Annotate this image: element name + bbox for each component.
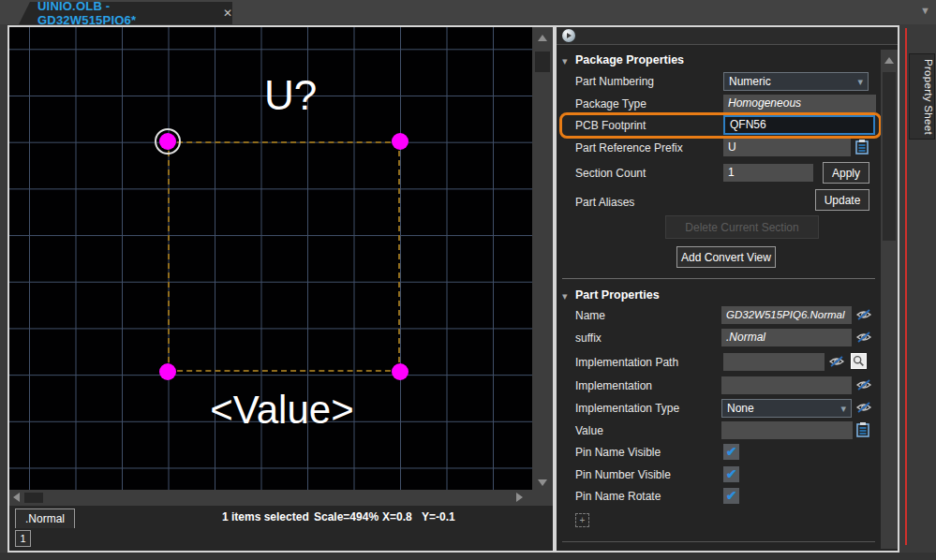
add-convert-view-button[interactable]: Add Convert View [676, 246, 776, 268]
implementation-type-dropdown[interactable]: None ▾ [721, 399, 852, 418]
add-property-icon[interactable]: + [575, 513, 589, 527]
pin-number-visible-label: Pin Number Visible [575, 468, 671, 481]
schematic-editor-frame: U? <Value> .Normal 1 items selected Scal… [7, 25, 555, 553]
visibility-off-icon[interactable] [828, 355, 845, 368]
canvas-vertical-scrollbar[interactable] [532, 27, 553, 490]
collapse-package-icon[interactable]: ▾ [562, 55, 573, 67]
implementation-path-input[interactable] [723, 353, 825, 371]
vertical-scroll-thumb[interactable] [535, 52, 550, 72]
scrollbar-corner [532, 490, 553, 506]
suffix-label: suffix [575, 332, 602, 345]
visibility-off-icon[interactable] [855, 308, 872, 321]
scroll-up-icon[interactable] [884, 57, 894, 64]
property-sheet-panel: ▾ Package Properties Part Numbering Nume… [555, 25, 899, 553]
panel-scroll-thumb[interactable] [883, 72, 896, 241]
part-aliases-label: Part Aliases [575, 196, 634, 209]
status-x-coordinate: X=0.8 [382, 506, 412, 528]
part-numbering-dropdown[interactable]: Numeric ▾ [723, 72, 869, 91]
selected-pin-ring [155, 128, 181, 155]
horizontal-scroll-thumb[interactable] [24, 493, 43, 503]
document-tab[interactable]: UINIO.OLB - GD32W515PIQ6* ✕ [7, 2, 232, 24]
pin-name-rotate-checkbox[interactable]: ✔ [723, 488, 739, 504]
scroll-right-icon[interactable] [516, 493, 523, 502]
name-field: GD32W515PIQ6.Normal [721, 306, 852, 324]
delete-current-section-button: Delete Current Section [665, 215, 819, 239]
implementation-type-label: Implementation Type [575, 402, 679, 415]
section-divider [562, 278, 875, 279]
collapse-part-icon[interactable]: ▾ [562, 290, 573, 302]
implementation-input[interactable] [721, 376, 852, 394]
pin-name-rotate-label: Pin Name Rotate [575, 490, 661, 503]
page-tab-1[interactable]: 1 [15, 530, 31, 547]
pin-name-visible-checkbox[interactable]: ✔ [723, 444, 739, 460]
pin-bottom-right[interactable] [392, 363, 409, 380]
assign-property-icon[interactable] [854, 139, 869, 155]
window-bottom-edge [0, 553, 936, 560]
document-tab-bar: UINIO.OLB - GD32W515PIQ6* ✕ ▼ [0, 0, 936, 24]
visibility-off-icon[interactable] [855, 401, 872, 414]
suffix-field: .Normal [721, 329, 852, 346]
section-count-input[interactable]: 1 [723, 164, 813, 182]
part-reference-text[interactable]: U? [225, 74, 356, 117]
part-reference-prefix-input[interactable]: U [723, 139, 851, 156]
docking-strip: Property Sheet [901, 24, 936, 553]
pin-top-right[interactable] [392, 133, 409, 150]
value-label: Value [575, 424, 603, 437]
pcb-footprint-label: PCB Footprint [575, 119, 646, 132]
assign-property-icon[interactable] [855, 421, 870, 437]
chevron-down-icon: ▾ [840, 400, 846, 417]
part-properties-header: Part Properties [575, 288, 660, 303]
schematic-canvas[interactable]: U? <Value> [9, 27, 532, 490]
status-scale: Scale=494% [314, 506, 379, 528]
scroll-left-icon[interactable] [13, 493, 20, 502]
browse-button[interactable] [851, 353, 867, 369]
update-button[interactable]: Update [815, 189, 869, 211]
part-reference-prefix-label: Part Reference Prefix [575, 141, 683, 155]
panel-toolbar [557, 27, 898, 45]
scroll-up-icon[interactable] [538, 35, 547, 41]
part-numbering-label: Part Numbering [575, 75, 654, 88]
part-value-text[interactable]: <Value> [174, 389, 390, 432]
panel-bottom-divider [562, 541, 875, 542]
value-input[interactable] [721, 421, 853, 439]
implementation-label: Implementation [575, 379, 652, 392]
section-tab-row: .Normal 1 items selected Scale=494% X=0.… [9, 506, 553, 528]
section-count-label: Section Count [575, 167, 646, 180]
close-icon[interactable]: ✕ [223, 7, 232, 20]
chevron-down-icon: ▾ [857, 73, 863, 90]
pin-name-visible-label: Pin Name Visible [575, 446, 661, 459]
pcb-footprint-input[interactable]: QFN56 [723, 115, 875, 135]
panel-vertical-scrollbar[interactable] [881, 50, 898, 549]
page-tab-row: 1 [9, 528, 553, 551]
visibility-off-icon[interactable] [855, 331, 872, 344]
apply-button[interactable]: Apply [823, 162, 869, 184]
name-label: Name [575, 309, 605, 322]
package-properties-header: Package Properties [575, 53, 684, 68]
document-tab-title: UINIO.OLB - GD32W515PIQ6* [37, 0, 210, 27]
property-sheet-dock-tab[interactable]: Property Sheet [909, 53, 935, 140]
section-tab-normal[interactable]: .Normal [15, 508, 75, 528]
pin-bottom-left[interactable] [159, 363, 176, 380]
implementation-type-value: None [727, 402, 754, 415]
package-type-label: Package Type [575, 97, 646, 111]
scroll-down-icon[interactable] [538, 479, 547, 486]
canvas-horizontal-scrollbar[interactable] [9, 490, 532, 506]
selection-rectangle [168, 141, 400, 372]
implementation-path-label: Implementation Path [575, 356, 678, 369]
pin-panel-icon[interactable] [562, 29, 575, 42]
status-items-selected: 1 items selected [222, 506, 309, 528]
package-type-field: Homogeneous [723, 95, 876, 112]
part-numbering-value: Numeric [729, 75, 771, 88]
dock-accent-line [905, 28, 907, 545]
application-window: UINIO.OLB - GD32W515PIQ6* ✕ ▼ U? <Value> [0, 0, 936, 560]
status-y-coordinate: Y=-0.1 [422, 506, 455, 528]
pin-number-visible-checkbox[interactable]: ✔ [723, 466, 739, 482]
tab-list-dropdown-icon[interactable]: ▼ [920, 5, 930, 16]
visibility-off-icon[interactable] [855, 378, 872, 391]
